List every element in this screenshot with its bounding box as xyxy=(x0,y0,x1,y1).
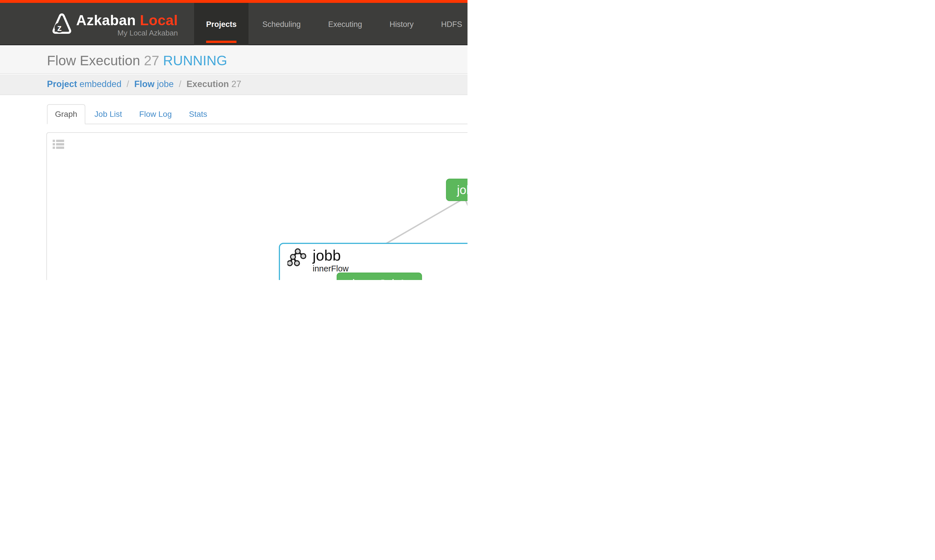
nav-item-projects[interactable]: Projects xyxy=(194,3,249,45)
breadcrumb: Project embedded/Flow jobe/Execution 27 xyxy=(47,79,241,89)
breadcrumb-execution-current: Execution 27 xyxy=(186,79,241,89)
breadcrumb-project-link[interactable]: Project embedded xyxy=(47,79,121,89)
page-title: Flow Execution 27 RUNNING xyxy=(47,52,227,69)
page: z Azkaban Local My Local Azkaban Project… xyxy=(0,0,468,280)
view-tabs: Graph Job List Flow Log Stats xyxy=(47,104,217,124)
graph-node-joba[interactable]: joba xyxy=(446,178,468,201)
breadcrumb-separator: / xyxy=(174,79,187,89)
flow-header-band: Flow Execution 27 RUNNING Submit User az… xyxy=(0,46,468,74)
graph-node-innerJobA[interactable]: innerJobA xyxy=(337,272,422,280)
jobb-flow-header: jobb innerFlow xyxy=(288,248,349,274)
brand-title: Azkaban Local xyxy=(76,13,178,28)
main-nav: Projects Scheduling Executing History HD… xyxy=(194,3,468,45)
active-tab-underline xyxy=(206,41,237,43)
app-brand[interactable]: z Azkaban Local My Local Azkaban xyxy=(51,3,178,45)
azkaban-logo-icon: z xyxy=(51,12,73,35)
nav-item-history[interactable]: History xyxy=(376,3,428,45)
brand-tagline: My Local Azkaban xyxy=(76,29,178,37)
jobb-flow-title: jobb xyxy=(313,248,349,264)
flow-graph-panel: joba jobb innerFlow xyxy=(46,132,468,280)
tab-flow-log[interactable]: Flow Log xyxy=(131,104,180,124)
brand-accent-bar xyxy=(0,0,468,3)
execution-id: 27 xyxy=(144,53,159,68)
nav-item-executing[interactable]: Executing xyxy=(314,3,376,45)
svg-text:z: z xyxy=(57,23,62,33)
tabs-row: Graph Job List Flow Log Stats Kill Pause xyxy=(47,104,468,124)
tab-job-list[interactable]: Job List xyxy=(86,104,130,124)
breadcrumb-separator: / xyxy=(121,79,134,89)
nav-item-scheduling[interactable]: Scheduling xyxy=(249,3,315,45)
jobb-flow-subtitle: innerFlow xyxy=(313,264,349,274)
nav-item-hdfs[interactable]: HDFS xyxy=(428,3,468,45)
tab-graph[interactable]: Graph xyxy=(47,104,85,124)
workflow-icon xyxy=(288,248,308,268)
tab-stats[interactable]: Stats xyxy=(181,104,215,124)
breadcrumb-band: Project embedded/Flow jobe/Execution 27 xyxy=(0,74,468,95)
navbar: z Azkaban Local My Local Azkaban Project… xyxy=(0,3,468,45)
status-badge: RUNNING xyxy=(163,53,227,68)
brand-accent-label: Local xyxy=(140,12,178,28)
breadcrumb-flow-link[interactable]: Flow jobe xyxy=(134,79,174,89)
